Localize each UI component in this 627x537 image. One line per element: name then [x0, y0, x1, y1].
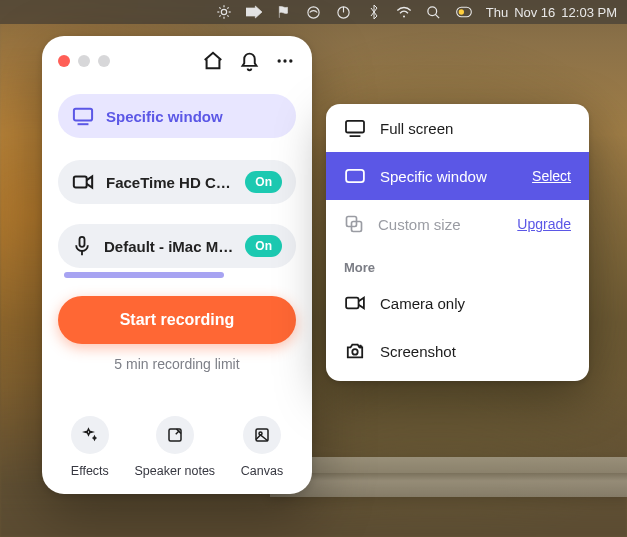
- svg-rect-24: [80, 237, 85, 247]
- bluetooth-icon[interactable]: [366, 4, 382, 20]
- panel-header: [58, 50, 296, 72]
- canvas-label: Canvas: [241, 464, 283, 478]
- camera-badge: On: [245, 171, 282, 193]
- swirl-icon[interactable]: [306, 4, 322, 20]
- monitor-icon: [72, 106, 94, 126]
- notes-label: Speaker notes: [134, 464, 215, 478]
- mic-selector[interactable]: Default - iMac Mi... On: [58, 224, 296, 268]
- svg-point-20: [289, 59, 292, 62]
- svg-line-5: [219, 7, 220, 8]
- camera-icon: [72, 173, 94, 191]
- svg-rect-34: [346, 298, 358, 309]
- monitor-icon: [344, 119, 366, 137]
- menu-screenshot[interactable]: Screenshot: [326, 327, 589, 375]
- select-link[interactable]: Select: [532, 168, 571, 184]
- capture-mode-popover: Full screen Specific window Select Custo…: [326, 104, 589, 381]
- more-icon[interactable]: [274, 50, 296, 72]
- menu-specific-window-label: Specific window: [380, 168, 518, 185]
- menu-specific-window[interactable]: Specific window Select: [326, 152, 589, 200]
- menubar-clock[interactable]: Thu Nov 16 12:03 PM: [486, 5, 617, 20]
- bell-icon[interactable]: [238, 50, 260, 72]
- svg-point-14: [428, 6, 437, 15]
- svg-point-18: [278, 59, 281, 62]
- menu-section-more: More: [326, 248, 589, 279]
- capture-mode-label: Specific window: [106, 108, 282, 125]
- clock-date: Nov 16: [514, 5, 555, 20]
- window-controls: [58, 55, 110, 67]
- menu-custom-size-label: Custom size: [378, 216, 503, 233]
- wifi-icon[interactable]: [396, 4, 412, 20]
- zoom-window[interactable]: [98, 55, 110, 67]
- home-icon[interactable]: [202, 50, 224, 72]
- screenshot-icon: [344, 342, 366, 360]
- mic-badge: On: [245, 235, 282, 257]
- menu-full-screen-label: Full screen: [380, 120, 571, 137]
- power-icon[interactable]: [336, 4, 352, 20]
- effects-tool[interactable]: Effects: [71, 416, 109, 478]
- control-center-icon[interactable]: [456, 4, 472, 20]
- start-recording-button[interactable]: Start recording: [58, 296, 296, 344]
- camera-label: FaceTime HD Ca...: [106, 174, 233, 191]
- capture-mode-selector[interactable]: Specific window: [58, 94, 296, 138]
- svg-line-6: [227, 15, 228, 16]
- macos-menubar: Thu Nov 16 12:03 PM: [0, 0, 627, 24]
- svg-rect-31: [346, 170, 364, 182]
- arrow-icon[interactable]: [246, 4, 262, 20]
- record-label: Start recording: [120, 311, 235, 328]
- close-window[interactable]: [58, 55, 70, 67]
- mic-label: Default - iMac Mi...: [104, 238, 233, 255]
- svg-rect-21: [74, 109, 92, 121]
- menu-camera-only[interactable]: Camera only: [326, 279, 589, 327]
- crop-icon: [344, 214, 364, 234]
- upgrade-link[interactable]: Upgrade: [517, 216, 571, 232]
- svg-line-7: [219, 15, 220, 16]
- clock-day: Thu: [486, 5, 508, 20]
- camera-selector[interactable]: FaceTime HD Ca... On: [58, 160, 296, 204]
- menu-camera-only-label: Camera only: [380, 295, 571, 312]
- search-icon[interactable]: [426, 4, 442, 20]
- effects-label: Effects: [71, 464, 109, 478]
- minimize-window[interactable]: [78, 55, 90, 67]
- svg-point-0: [221, 9, 226, 14]
- svg-point-17: [458, 9, 463, 14]
- sun-icon[interactable]: [216, 4, 232, 20]
- menu-custom-size[interactable]: Custom size Upgrade: [326, 200, 589, 248]
- menu-full-screen[interactable]: Full screen: [326, 104, 589, 152]
- canvas-tool[interactable]: Canvas: [241, 416, 283, 478]
- svg-rect-23: [74, 177, 87, 188]
- svg-point-19: [283, 59, 286, 62]
- svg-marker-9: [246, 6, 262, 18]
- window-icon: [344, 168, 366, 184]
- svg-line-15: [436, 14, 440, 18]
- recording-limit-label: 5 min recording limit: [58, 356, 296, 372]
- speaker-notes-tool[interactable]: Speaker notes: [134, 416, 215, 478]
- clock-time: 12:03 PM: [561, 5, 617, 20]
- wallpaper-fence: [270, 457, 627, 497]
- svg-point-35: [352, 349, 357, 354]
- svg-rect-29: [346, 121, 364, 133]
- svg-line-8: [227, 7, 228, 8]
- svg-point-10: [308, 6, 319, 17]
- tool-row: Effects Speaker notes Canvas: [58, 412, 296, 478]
- menu-screenshot-label: Screenshot: [380, 343, 571, 360]
- mic-icon: [72, 235, 92, 257]
- flag-icon[interactable]: [276, 4, 292, 20]
- camera-icon: [344, 295, 366, 311]
- recorder-panel: Specific window FaceTime HD Ca... On Def…: [42, 36, 312, 494]
- svg-point-13: [403, 15, 405, 17]
- mic-level-indicator: [64, 272, 224, 278]
